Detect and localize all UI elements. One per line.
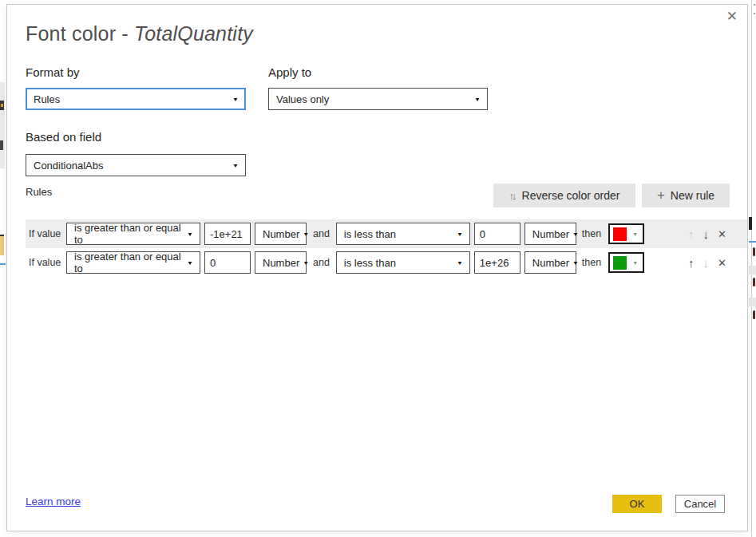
- condition-value: is greater than or equal to: [74, 251, 184, 274]
- bg-fragment: [1, 104, 3, 107]
- bg-fragment: [749, 266, 756, 274]
- bg-fragment: [753, 247, 755, 256]
- value-type-dropdown[interactable]: Number ▼: [524, 223, 576, 245]
- then-label: then: [582, 257, 601, 268]
- ok-button[interactable]: OK: [612, 495, 662, 513]
- font-color-dialog: ✕ Font color - TotalQuantity Format by A…: [6, 4, 748, 531]
- bg-fragment: [749, 298, 756, 306]
- bg-fragment: [754, 4, 755, 6]
- close-icon[interactable]: ✕: [726, 10, 738, 23]
- value-type: Number: [532, 228, 569, 240]
- and-label: and: [313, 228, 330, 239]
- reverse-color-order-button[interactable]: ↑↓ Reverse color order: [493, 184, 635, 207]
- move-down-icon[interactable]: ↓: [703, 228, 710, 240]
- color-chip: [613, 256, 627, 270]
- format-by-label: Format by: [26, 65, 80, 79]
- move-up-icon[interactable]: ↑: [688, 257, 695, 269]
- plus-icon: +: [657, 188, 665, 203]
- chevron-down-icon: ▼: [457, 259, 463, 266]
- condition-dropdown[interactable]: is greater than or equal to ▼: [66, 251, 200, 274]
- rule-min-value-input[interactable]: [204, 223, 251, 245]
- color-swatch-picker[interactable]: ▼: [608, 252, 644, 273]
- chevron-down-icon: ▼: [572, 231, 579, 237]
- chevron-down-icon: ▼: [232, 96, 239, 102]
- bg-fragment: [0, 140, 3, 150]
- value-type: Number: [532, 257, 569, 269]
- move-down-icon: ↓: [703, 257, 710, 269]
- based-on-field-dropdown[interactable]: ConditionalAbs ▼: [26, 154, 246, 176]
- condition-value: is greater than or equal to: [74, 222, 184, 246]
- apply-to-dropdown[interactable]: Values only ▼: [268, 88, 488, 110]
- chevron-down-icon: ▼: [187, 231, 193, 237]
- based-on-field-label: Based on field: [26, 130, 101, 144]
- chevron-down-icon: ▼: [303, 231, 309, 237]
- rule-max-value-input[interactable]: [474, 223, 520, 245]
- chevron-down-icon: ▼: [457, 231, 463, 237]
- chevron-down-icon: ▼: [303, 259, 309, 266]
- and-label: and: [313, 257, 330, 268]
- bg-fragment: [754, 13, 755, 14]
- value-type: Number: [263, 228, 299, 240]
- bg-fragment: [749, 217, 752, 230]
- rules-label: Rules: [26, 186, 52, 198]
- value-type-dropdown[interactable]: Number ▼: [524, 251, 576, 274]
- rule-row: If value is greater than or equal to ▼ N…: [26, 248, 747, 277]
- bg-fragment: [0, 82, 5, 168]
- condition-value: is less than: [344, 257, 396, 269]
- chevron-down-icon: ▼: [632, 260, 638, 266]
- color-chip: [613, 227, 627, 241]
- apply-to-label: Apply to: [268, 65, 311, 79]
- delete-rule-icon[interactable]: ✕: [718, 258, 726, 268]
- rule-max-value-input[interactable]: [474, 251, 520, 274]
- cancel-button[interactable]: Cancel: [675, 495, 725, 513]
- row-actions: ↑ ↓ ✕: [688, 257, 747, 269]
- bg-fragment: [0, 235, 4, 255]
- move-up-icon: ↑: [688, 228, 695, 240]
- chevron-down-icon: ▼: [187, 259, 193, 266]
- value-type: Number: [263, 257, 299, 269]
- condition-value: is less than: [344, 228, 396, 240]
- if-value-label: If value: [29, 228, 65, 239]
- reverse-order-icon: ↑↓: [509, 190, 515, 202]
- rule-row: If value is greater than or equal to ▼ N…: [26, 219, 747, 248]
- row-actions: ↑ ↓ ✕: [688, 228, 747, 240]
- dialog-title: Font color - TotalQuantity: [26, 22, 253, 45]
- rule-min-value-input[interactable]: [204, 251, 251, 274]
- learn-more-link[interactable]: Learn more: [26, 496, 81, 507]
- format-by-value: Rules: [34, 93, 60, 105]
- chevron-down-icon: ▼: [632, 231, 638, 237]
- bg-fragment: [749, 241, 756, 243]
- condition-dropdown[interactable]: is less than ▼: [336, 223, 470, 245]
- delete-rule-icon[interactable]: ✕: [718, 229, 726, 239]
- bg-fragment: [0, 263, 6, 265]
- chevron-down-icon: ▼: [572, 259, 579, 266]
- then-label: then: [582, 228, 601, 239]
- condition-dropdown[interactable]: is greater than or equal to ▼: [66, 223, 200, 245]
- value-type-dropdown[interactable]: Number ▼: [255, 223, 307, 245]
- based-on-field-value: ConditionalAbs: [34, 160, 103, 172]
- color-swatch-picker[interactable]: ▼: [608, 223, 644, 244]
- apply-to-value: Values only: [276, 93, 329, 105]
- value-type-dropdown[interactable]: Number ▼: [255, 251, 307, 274]
- bg-fragment: [753, 278, 755, 286]
- if-value-label: If value: [29, 257, 65, 268]
- new-rule-label: New rule: [671, 189, 714, 202]
- new-rule-button[interactable]: + New rule: [642, 184, 730, 207]
- chevron-down-icon: ▼: [474, 96, 481, 102]
- reverse-color-order-label: Reverse color order: [522, 189, 620, 202]
- format-by-dropdown[interactable]: Rules ▼: [26, 88, 246, 110]
- bg-fragment: [753, 310, 755, 319]
- chevron-down-icon: ▼: [232, 162, 239, 168]
- condition-dropdown[interactable]: is less than ▼: [336, 251, 470, 274]
- dialog-title-prefix: Font color -: [26, 22, 134, 45]
- dialog-title-field: TotalQuantity: [134, 22, 253, 45]
